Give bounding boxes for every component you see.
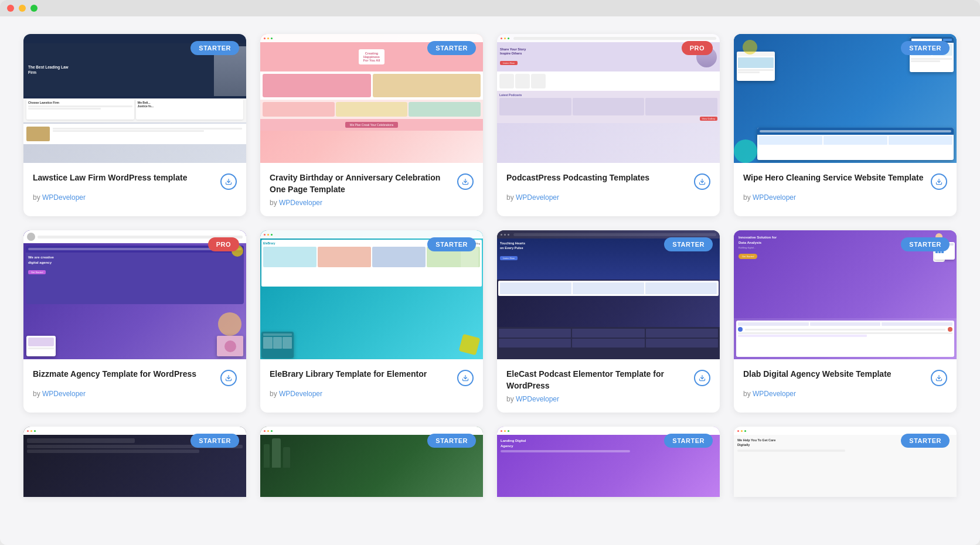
- author-link[interactable]: WPDeveloper: [753, 193, 796, 202]
- template-card: STARTER CreatingHappinessFor You All: [260, 34, 483, 216]
- card-title: Wipe Hero Cleaning Service Website Templ…: [743, 172, 926, 184]
- card-body: Bizzmate Agency Template for WordPress b…: [23, 359, 246, 407]
- author-link[interactable]: WPDeveloper: [279, 199, 322, 207]
- template-card: STARTER Touching Heartson Every Pulse Li…: [497, 230, 720, 413]
- card-title-row: Wipe Hero Cleaning Service Website Templ…: [743, 172, 947, 190]
- titlebar: [0, 0, 980, 16]
- card-preview-image: STARTER: [734, 34, 957, 163]
- card-title-row: PodcastPress Podcasting Templates: [506, 172, 710, 190]
- card-title: EleCast Podcast Elementor Template for W…: [506, 369, 689, 391]
- card-preview-image: PRO Share Your StoryInspire Others Liste…: [497, 34, 720, 163]
- card-body: Lawstice Law Firm WordPress template by …: [23, 163, 246, 211]
- card-body: Dlab Digital Agency Website Template by …: [734, 359, 957, 407]
- card-author: by WPDeveloper: [506, 395, 710, 403]
- close-button[interactable]: [7, 5, 14, 12]
- card-title: Cravity Birthday or Anniversary Celebrat…: [270, 172, 452, 195]
- card-title-row: Dlab Digital Agency Website Template: [743, 369, 947, 386]
- minimize-button[interactable]: [19, 5, 26, 12]
- card-body: EleBrary Library Template for Elementor …: [260, 359, 483, 407]
- card-title: Lawstice Law Firm WordPress template: [33, 172, 216, 184]
- card-author: by WPDeveloper: [270, 390, 474, 398]
- card-title-row: Lawstice Law Firm WordPress template: [33, 172, 237, 190]
- download-button[interactable]: [694, 173, 710, 190]
- badge-starter: STARTER: [664, 434, 713, 448]
- template-card: PRO Share Your StoryInspire Others Liste…: [497, 34, 720, 216]
- author-link[interactable]: WPDeveloper: [279, 390, 322, 398]
- author-link[interactable]: WPDeveloper: [753, 390, 796, 398]
- badge-starter: STARTER: [427, 41, 476, 55]
- template-card: STARTER: [734, 34, 957, 216]
- card-body: EleCast Podcast Elementor Template for W…: [497, 359, 720, 413]
- badge-starter: STARTER: [190, 434, 239, 448]
- download-button[interactable]: [220, 173, 237, 190]
- card-title-row: Cravity Birthday or Anniversary Celebrat…: [270, 172, 474, 195]
- author-link[interactable]: WPDeveloper: [42, 193, 86, 202]
- template-grid: STARTER The Best Leading LawFirm: [23, 34, 957, 497]
- card-author: by WPDeveloper: [270, 199, 474, 207]
- badge-starter: STARTER: [901, 237, 950, 251]
- card-title: Bizzmate Agency Template for WordPress: [33, 369, 216, 380]
- template-card: PRO We are creat: [23, 230, 246, 413]
- card-preview-image: STARTER EleBrary Home: [260, 230, 483, 359]
- card-title: Dlab Digital Agency Website Template: [743, 369, 926, 380]
- badge-starter: STARTER: [901, 434, 950, 448]
- main-content: STARTER The Best Leading LawFirm: [0, 16, 980, 545]
- template-card-partial: STARTER Landing DigitalAgency: [497, 427, 720, 497]
- maximize-button[interactable]: [30, 5, 38, 12]
- author-link[interactable]: WPDeveloper: [516, 193, 559, 202]
- card-preview-image: STARTER Touching Heartson Every Pulse Li…: [497, 230, 720, 359]
- template-card: STARTER The Best Leading LawFirm: [23, 34, 246, 216]
- card-preview-image: STARTER Innovative Solution for Data Ana…: [734, 230, 957, 359]
- badge-starter: STARTER: [190, 41, 239, 55]
- badge-pro: PRO: [208, 237, 239, 251]
- card-title-row: Bizzmate Agency Template for WordPress: [33, 369, 237, 386]
- template-card: STARTER EleBrary Home: [260, 230, 483, 413]
- download-button[interactable]: [220, 370, 237, 386]
- card-author: by WPDeveloper: [743, 193, 947, 202]
- author-link[interactable]: WPDeveloper: [42, 390, 86, 398]
- card-body: Wipe Hero Cleaning Service Website Templ…: [734, 163, 957, 211]
- template-card-partial: STARTER: [260, 427, 483, 497]
- download-button[interactable]: [457, 370, 474, 386]
- template-card-partial: STARTER: [23, 427, 246, 497]
- card-title-row: EleCast Podcast Elementor Template for W…: [506, 369, 710, 391]
- card-body: Cravity Birthday or Anniversary Celebrat…: [260, 163, 483, 216]
- card-title: EleBrary Library Template for Elementor: [270, 369, 452, 380]
- download-button[interactable]: [931, 173, 947, 190]
- author-link[interactable]: WPDeveloper: [516, 395, 559, 403]
- badge-starter: STARTER: [901, 41, 950, 55]
- download-button[interactable]: [457, 173, 474, 190]
- download-button[interactable]: [694, 370, 710, 386]
- badge-starter: STARTER: [427, 434, 476, 448]
- card-body: PodcastPress Podcasting Templates by WPD…: [497, 163, 720, 211]
- card-author: by WPDeveloper: [743, 390, 947, 398]
- card-preview-image: STARTER CreatingHappinessFor You All: [260, 34, 483, 163]
- template-card-partial: STARTER We Help You To Get Care Digitall…: [734, 427, 957, 497]
- template-card: STARTER Innovative Solution for Data Ana…: [734, 230, 957, 413]
- card-author: by WPDeveloper: [33, 193, 237, 202]
- download-button[interactable]: [931, 370, 947, 386]
- card-author: by WPDeveloper: [506, 193, 710, 202]
- card-author: by WPDeveloper: [33, 390, 237, 398]
- app-window: STARTER The Best Leading LawFirm: [0, 0, 980, 545]
- card-preview-image: STARTER The Best Leading LawFirm: [23, 34, 246, 163]
- badge-pro: PRO: [682, 41, 713, 55]
- card-title: PodcastPress Podcasting Templates: [506, 172, 689, 184]
- badge-starter: STARTER: [427, 237, 476, 251]
- badge-starter: STARTER: [664, 237, 713, 251]
- card-title-row: EleBrary Library Template for Elementor: [270, 369, 474, 386]
- card-preview-image: PRO We are creat: [23, 230, 246, 359]
